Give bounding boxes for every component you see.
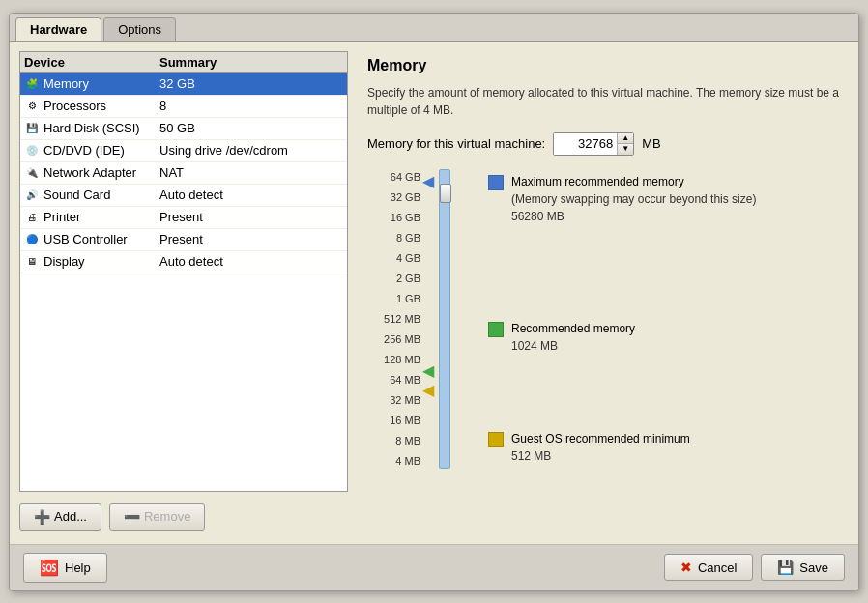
help-button[interactable]: 🆘 Help <box>23 553 107 583</box>
add-label: Add... <box>54 509 87 524</box>
help-icon: 🆘 <box>40 559 59 577</box>
table-row[interactable]: 💾 Hard Disk (SCSI) 50 GB <box>20 118 347 140</box>
legend-max-title: Maximum recommended memory <box>511 173 756 190</box>
slider-area: 64 GB32 GB16 GB8 GB4 GB2 GB1 GB512 MB256… <box>367 169 839 469</box>
device-name: CD/DVD (IDE) <box>43 143 125 158</box>
guest-min-arrow: ◀ <box>420 383 436 398</box>
save-button[interactable]: 💾 Save <box>761 554 845 581</box>
table-header: Device Summary <box>20 52 347 73</box>
table-row[interactable]: ⚙ Processors 8 <box>20 96 347 118</box>
cancel-button[interactable]: ✖ Cancel <box>664 554 753 581</box>
legend-recommended: Recommended memory 1024 MB <box>488 320 756 355</box>
recommended-arrow: ◀ <box>420 363 436 379</box>
slider-label: 128 MB <box>384 354 420 365</box>
slider-label: 4 GB <box>396 252 420 264</box>
device-name: Processors <box>43 99 106 113</box>
device-summary: Present <box>159 232 343 246</box>
device-rows-container: 🧩 Memory 32 GB ⚙ Processors 8 💾 Hard Dis… <box>20 73 347 273</box>
slider-label: 16 MB <box>390 415 420 426</box>
slider-label: 4 MB <box>395 455 420 467</box>
left-panel: Device Summary 🧩 Memory 32 GB ⚙ Processo… <box>19 51 348 534</box>
slider-label: 8 MB <box>395 435 420 446</box>
remove-label: Remove <box>144 509 190 524</box>
table-row[interactable]: 💿 CD/DVD (IDE) Using drive /dev/cdrom <box>20 140 347 162</box>
legend-guest-min: Guest OS recommended minimum 512 MB <box>488 430 756 465</box>
tab-options[interactable]: Options <box>103 17 176 41</box>
table-row[interactable]: 🖨 Printer Present <box>20 207 347 229</box>
table-row[interactable]: 🔌 Network Adapter NAT <box>20 162 347 185</box>
device-name: Memory <box>43 76 89 91</box>
save-icon: 💾 <box>777 560 794 575</box>
minus-icon: ➖ <box>124 509 140 525</box>
slider-label: 1 GB <box>396 293 420 304</box>
memory-description: Specify the amount of memory allocated t… <box>367 84 839 119</box>
legend-area: Maximum recommended memory (Memory swapp… <box>488 169 756 469</box>
slider-label: 32 GB <box>391 191 420 203</box>
table-row[interactable]: 🔊 Sound Card Auto detect <box>20 185 347 207</box>
slider-thumb[interactable] <box>440 184 451 203</box>
table-row[interactable]: 🖥 Display Auto detect <box>20 251 347 273</box>
cancel-label: Cancel <box>698 560 737 575</box>
slider-label: 16 GB <box>391 212 420 223</box>
plus-icon: ➕ <box>34 509 50 525</box>
memory-input-label: Memory for this virtual machine: <box>367 136 545 151</box>
slider-track[interactable]: ◀ ◀ ◀ <box>439 169 450 469</box>
left-buttons: ➕ Add... ➖ Remove <box>19 500 348 534</box>
device-icon: ⚙ <box>24 99 40 114</box>
device-icon: 🖨 <box>24 210 40 225</box>
device-icon: 🔵 <box>24 232 40 247</box>
tab-hardware[interactable]: Hardware <box>15 17 101 41</box>
legend-max-subtitle: (Memory swapping may occur beyond this s… <box>511 190 756 208</box>
device-summary: Auto detect <box>159 254 343 269</box>
main-content: Device Summary 🧩 Memory 32 GB ⚙ Processo… <box>10 42 858 544</box>
device-icon: 💾 <box>24 121 40 136</box>
device-summary: Using drive /dev/cdrom <box>159 143 343 158</box>
table-row[interactable]: 🧩 Memory 32 GB <box>20 73 347 96</box>
max-memory-icon <box>488 175 504 190</box>
device-name: USB Controller <box>43 232 128 246</box>
legend-recommended-value: 1024 MB <box>511 337 635 355</box>
device-summary: Auto detect <box>159 187 343 202</box>
device-name: Sound Card <box>43 187 110 202</box>
slider-label: 2 GB <box>396 273 420 284</box>
spin-up-button[interactable]: ▲ <box>618 133 633 144</box>
device-icon: 🖥 <box>24 254 40 270</box>
help-label: Help <box>65 560 91 575</box>
slider-label: 256 MB <box>384 333 420 345</box>
memory-input-row: Memory for this virtual machine: ▲ ▼ MB <box>367 132 839 156</box>
device-name: Display <box>43 254 85 269</box>
memory-unit-label: MB <box>642 136 661 151</box>
legend-max-value: 56280 MB <box>511 208 756 225</box>
spin-down-button[interactable]: ▼ <box>618 144 633 155</box>
legend-guest-min-title: Guest OS recommended minimum <box>511 430 690 447</box>
device-name: Hard Disk (SCSI) <box>43 121 140 135</box>
device-name: Printer <box>43 210 80 224</box>
slider-label: 32 MB <box>390 394 420 406</box>
legend-guest-min-value: 512 MB <box>511 447 690 465</box>
device-summary: 32 GB <box>159 76 343 91</box>
right-panel: Memory Specify the amount of memory allo… <box>358 51 849 534</box>
slider-label: 8 GB <box>396 232 420 244</box>
device-summary: 50 GB <box>159 121 343 135</box>
memory-title: Memory <box>367 57 839 74</box>
slider-track-wrap: ◀ ◀ ◀ <box>430 169 459 469</box>
device-icon: 🔊 <box>24 187 40 203</box>
table-row[interactable]: 🔵 USB Controller Present <box>20 229 347 251</box>
add-button[interactable]: ➕ Add... <box>19 503 101 531</box>
header-device: Device <box>24 55 159 70</box>
memory-input-wrap: ▲ ▼ <box>553 132 634 156</box>
remove-button[interactable]: ➖ Remove <box>109 503 205 531</box>
device-table: Device Summary 🧩 Memory 32 GB ⚙ Processo… <box>19 51 348 492</box>
header-summary: Summary <box>159 55 343 70</box>
device-summary: 8 <box>159 99 343 113</box>
device-name: Network Adapter <box>43 165 136 180</box>
legend-guest-min-text: Guest OS recommended minimum 512 MB <box>511 430 690 465</box>
slider-labels: 64 GB32 GB16 GB8 GB4 GB2 GB1 GB512 MB256… <box>367 169 420 469</box>
legend-recommended-text: Recommended memory 1024 MB <box>511 320 635 355</box>
legend-max-text: Maximum recommended memory (Memory swapp… <box>511 173 756 225</box>
slider-label: 512 MB <box>384 313 420 325</box>
legend-recommended-title: Recommended memory <box>511 320 635 337</box>
tab-bar: Hardware Options <box>10 14 858 42</box>
memory-value-input[interactable] <box>554 133 617 155</box>
device-icon: 🧩 <box>24 76 40 92</box>
